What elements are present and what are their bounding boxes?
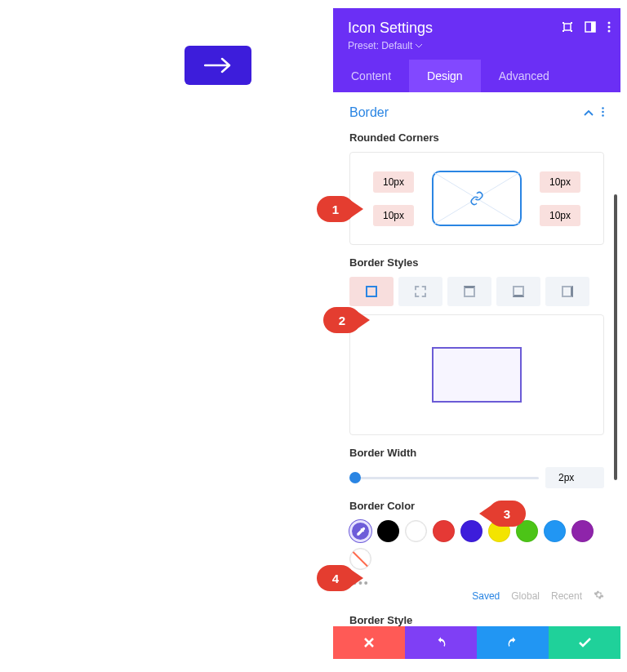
swatch-purple[interactable] <box>571 520 594 542</box>
svg-point-7 <box>608 22 611 24</box>
undo-icon <box>434 636 447 649</box>
label-border-width: Border Width <box>349 447 604 459</box>
tabs: Content Design Advanced <box>333 60 620 92</box>
canvas-icon-preview[interactable] <box>185 46 251 85</box>
label-border-style: Border Style <box>349 614 604 626</box>
swatch-blue[interactable] <box>460 520 482 542</box>
preset-dropdown[interactable]: Preset: Default <box>348 40 606 51</box>
redo-icon <box>506 636 519 649</box>
annotation-4: 4 <box>317 565 354 591</box>
slider-track <box>349 477 539 479</box>
swatch-red[interactable] <box>433 520 455 542</box>
corner-preview-diagonals <box>434 172 520 225</box>
filter-global[interactable]: Global <box>511 590 540 602</box>
filter-recent[interactable]: Recent <box>551 590 582 602</box>
svg-rect-0 <box>564 24 571 30</box>
border-preview <box>349 314 604 435</box>
swatch-more-icon[interactable]: ••• <box>353 576 604 590</box>
rounded-corners-control: 10px 10px 10px 10px <box>349 152 604 245</box>
svg-point-10 <box>602 107 604 109</box>
check-icon <box>579 638 591 648</box>
corner-input-br[interactable]: 10px <box>540 205 580 226</box>
svg-line-14 <box>434 172 520 225</box>
svg-rect-3 <box>563 30 564 32</box>
border-width-value[interactable]: 2px <box>545 467 604 488</box>
cancel-button[interactable] <box>333 626 405 659</box>
svg-line-13 <box>434 172 520 225</box>
gear-icon[interactable] <box>594 590 604 603</box>
tab-content[interactable]: Content <box>333 60 409 92</box>
corner-preview[interactable] <box>432 171 522 226</box>
swatch-cyan[interactable] <box>544 520 566 542</box>
swatch-black[interactable] <box>377 520 399 542</box>
svg-point-11 <box>602 111 604 113</box>
svg-rect-4 <box>571 30 572 32</box>
link-icon <box>469 191 484 206</box>
panel-body: Border Rounded Corners 10px 10px 10px 10… <box>333 92 620 626</box>
svg-point-8 <box>608 26 611 29</box>
undo-button[interactable] <box>405 626 477 659</box>
label-rounded-corners: Rounded Corners <box>349 131 604 144</box>
svg-rect-1 <box>563 22 564 24</box>
label-border-styles: Border Styles <box>349 256 604 269</box>
save-button[interactable] <box>549 626 620 659</box>
border-width-slider[interactable] <box>349 472 539 483</box>
annotation-1: 1 <box>317 196 354 222</box>
border-style-right[interactable] <box>545 277 589 306</box>
preset-label: Preset: Default <box>348 40 412 51</box>
corner-input-tr[interactable]: 10px <box>540 171 580 193</box>
chevron-down-icon <box>416 44 422 48</box>
section-more-icon[interactable] <box>602 105 604 120</box>
tab-advanced[interactable]: Advanced <box>481 60 567 92</box>
filter-saved[interactable]: Saved <box>472 590 500 602</box>
more-icon[interactable] <box>607 21 611 33</box>
collapse-icon[interactable] <box>584 105 594 120</box>
section-title-border[interactable]: Border <box>349 105 389 120</box>
border-style-bottom[interactable] <box>496 277 540 306</box>
label-border-color: Border Color <box>349 500 604 512</box>
dock-icon[interactable] <box>585 21 596 33</box>
border-style-dashed[interactable] <box>398 277 442 306</box>
panel-header: Icon Settings Preset: Default <box>333 8 620 60</box>
border-preview-inner <box>432 347 522 403</box>
bottom-action-bar <box>333 626 620 659</box>
eyedropper-icon <box>355 526 367 537</box>
arrow-right-icon <box>204 57 232 73</box>
redo-button[interactable] <box>477 626 549 659</box>
annotation-3: 3 <box>488 501 526 527</box>
expand-icon[interactable] <box>562 21 573 33</box>
color-swatches <box>349 520 604 570</box>
scrollbar[interactable] <box>614 194 617 480</box>
border-style-top[interactable] <box>447 277 491 306</box>
tab-design[interactable]: Design <box>409 60 481 92</box>
slider-thumb[interactable] <box>349 472 361 483</box>
svg-point-9 <box>608 30 611 33</box>
corner-input-tl[interactable]: 10px <box>373 171 414 193</box>
swatch-none[interactable] <box>349 548 371 570</box>
border-style-selector <box>349 277 604 306</box>
color-picker-swatch[interactable] <box>349 520 371 542</box>
svg-rect-2 <box>571 22 572 24</box>
svg-rect-6 <box>591 22 595 32</box>
svg-point-12 <box>602 114 604 117</box>
border-style-all[interactable] <box>349 277 394 306</box>
close-icon <box>364 638 374 648</box>
settings-panel: Icon Settings Preset: Default Content De… <box>333 8 620 659</box>
annotation-2: 2 <box>323 307 361 333</box>
corner-input-bl[interactable]: 10px <box>373 205 414 226</box>
color-preset-filters: Saved Global Recent <box>349 590 604 603</box>
swatch-white[interactable] <box>405 520 427 542</box>
